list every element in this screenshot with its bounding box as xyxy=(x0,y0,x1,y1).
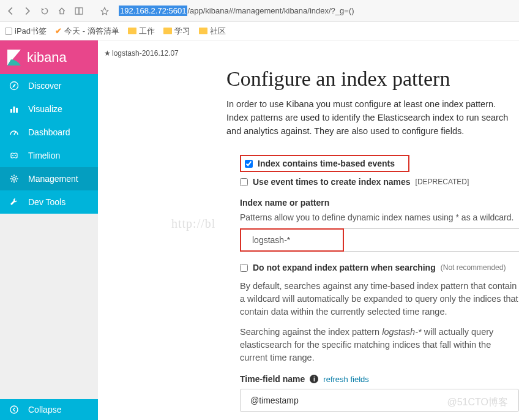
timelion-icon xyxy=(9,150,20,161)
checkbox-no-expand-label: Do not expand index pattern when searchi… xyxy=(253,263,436,272)
not-recommended-note: (Not recommended) xyxy=(441,263,506,272)
nav-discover[interactable]: Discover xyxy=(0,74,98,97)
url-host-selected: 192.168.2.72:5601 xyxy=(119,6,187,16)
svg-line-15 xyxy=(16,181,17,182)
forward-button[interactable] xyxy=(22,6,33,17)
home-button[interactable] xyxy=(56,6,67,17)
kibana-app: kibana Discover Visualize Dashboard Time… xyxy=(0,40,519,420)
nav-timelion[interactable]: Timelion xyxy=(0,144,98,167)
bookmark-study[interactable]: 学习 xyxy=(163,26,190,37)
content-area: ★logstash-2016.12.07 Configure an index … xyxy=(98,40,519,420)
gauge-icon xyxy=(9,127,20,138)
sidebar: kibana Discover Visualize Dashboard Time… xyxy=(0,40,98,420)
highlight-box-1: Index contains time-based events xyxy=(240,155,409,172)
check-icon: ✔ xyxy=(55,26,62,36)
nav-dev-tools[interactable]: Dev Tools xyxy=(0,190,98,214)
svg-line-17 xyxy=(11,181,12,182)
logo[interactable]: kibana xyxy=(0,40,98,74)
folder-icon xyxy=(163,28,172,34)
highlight-box-2: logstash-* xyxy=(240,228,344,252)
page-title: Configure an index pattern xyxy=(226,67,519,91)
intro-text: In order to use Kibana you must configur… xyxy=(226,98,519,138)
svg-rect-5 xyxy=(16,108,18,113)
refresh-fields-link[interactable]: refresh fields xyxy=(323,375,368,384)
checkbox-expand-row: Do not expand index pattern when searchi… xyxy=(240,263,519,272)
bookmark-community[interactable]: 社区 xyxy=(199,26,226,37)
reader-icon[interactable] xyxy=(73,6,84,17)
time-field-label: Time-field name xyxy=(240,374,305,384)
breadcrumb[interactable]: ★logstash-2016.12.07 xyxy=(104,47,519,64)
checkbox-no-expand[interactable] xyxy=(240,264,248,272)
url-path: /app/kibana#/management/kibana/index/?_g… xyxy=(187,6,354,15)
gear-icon xyxy=(9,173,20,184)
para-search: Searching against the index pattern logs… xyxy=(240,326,519,364)
nav-list: Discover Visualize Dashboard Timelion Ma… xyxy=(0,74,98,214)
bookmark-work[interactable]: 工作 xyxy=(128,26,155,37)
checkbox-event-times-row: Use event times to create index names [D… xyxy=(240,177,519,187)
svg-point-18 xyxy=(10,406,18,413)
kibana-logo-icon xyxy=(6,48,22,67)
svg-rect-4 xyxy=(13,107,15,113)
bookmark-star-icon[interactable] xyxy=(99,6,110,17)
svg-point-7 xyxy=(12,155,13,156)
compass-icon xyxy=(9,80,20,91)
time-field-select[interactable]: @timestamp xyxy=(240,389,519,412)
collapse-icon xyxy=(9,404,20,415)
collapse-button[interactable]: Collapse xyxy=(0,399,98,420)
bookmark-today[interactable]: ✔今天 - 滴答清单 xyxy=(55,26,119,37)
svg-point-8 xyxy=(15,155,16,156)
bookmark-ipad[interactable]: iPad书签 xyxy=(5,26,47,37)
nav-dashboard[interactable]: Dashboard xyxy=(0,121,98,144)
reload-button[interactable] xyxy=(39,6,50,17)
index-name-input[interactable]: logstash-* xyxy=(252,235,290,245)
para-default: By default, searches against any time-ba… xyxy=(240,280,519,318)
svg-rect-0 xyxy=(75,7,79,14)
time-field-row: Time-field name i refresh fields xyxy=(240,374,519,384)
checkbox-time-based-row: Index contains time-based events xyxy=(240,155,519,172)
checkbox-event-times[interactable] xyxy=(240,178,248,186)
address-bar[interactable]: 192.168.2.72:5601/app/kibana#/management… xyxy=(116,4,514,18)
svg-line-6 xyxy=(14,132,16,135)
back-button[interactable] xyxy=(5,6,16,17)
nav-visualize[interactable]: Visualize xyxy=(0,97,98,121)
description-paragraphs: By default, searches against any time-ba… xyxy=(240,280,519,364)
checkbox-time-based[interactable] xyxy=(245,160,253,168)
tablet-icon xyxy=(5,28,12,35)
checkbox-event-times-label: Use event times to create index names xyxy=(253,177,411,187)
nav-management[interactable]: Management xyxy=(0,167,98,190)
folder-icon xyxy=(128,28,136,34)
svg-point-9 xyxy=(13,178,15,180)
info-icon[interactable]: i xyxy=(310,375,318,383)
folder-icon xyxy=(199,28,207,34)
index-name-help: Patterns allow you to define dynamic ind… xyxy=(240,212,519,222)
bookmarks-bar: iPad书签 ✔今天 - 滴答清单 工作 学习 社区 xyxy=(0,22,519,40)
deprecated-tag: [DEPRECATED] xyxy=(416,178,469,186)
svg-line-14 xyxy=(11,176,12,177)
wrench-icon xyxy=(9,197,20,208)
index-name-input-row: logstash-* xyxy=(240,228,519,252)
main-panel: Configure an index pattern In order to u… xyxy=(104,64,519,420)
form: Index contains time-based events Use eve… xyxy=(240,155,519,420)
index-name-label: Index name or pattern xyxy=(240,198,519,208)
star-icon: ★ xyxy=(104,49,111,58)
svg-line-16 xyxy=(16,176,17,177)
checkbox-time-based-label: Index contains time-based events xyxy=(258,159,395,168)
bar-chart-icon xyxy=(9,103,20,114)
logo-text: kibana xyxy=(27,50,67,66)
svg-rect-3 xyxy=(10,109,12,113)
svg-rect-1 xyxy=(79,7,83,14)
browser-toolbar: 192.168.2.72:5601/app/kibana#/management… xyxy=(0,0,519,22)
